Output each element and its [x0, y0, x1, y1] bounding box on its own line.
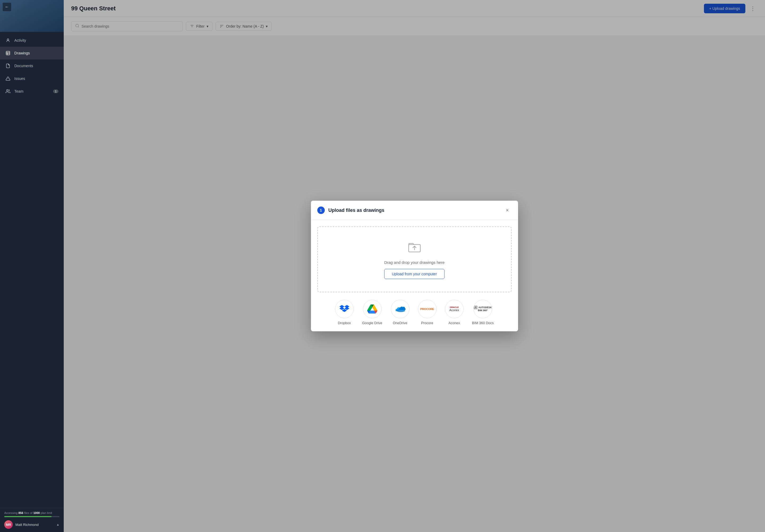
procore-label: Procore [421, 321, 433, 325]
team-badge: 1 [53, 90, 58, 93]
sidebar: ← Activity Drawings [0, 0, 64, 532]
team-icon [5, 89, 11, 94]
integration-dropbox[interactable]: Dropbox [335, 300, 354, 325]
integration-bim360[interactable]: B AUTODESK BIM 360° BIM 360 Docs [472, 300, 494, 325]
step-badge: 1 [317, 207, 325, 214]
integration-procore[interactable]: PROCORE Procore [418, 300, 436, 325]
chevron-up-icon: ▲ [56, 523, 60, 526]
integration-google-drive[interactable]: Google Drive [362, 300, 382, 325]
sidebar-nav: Activity Drawings Documents [0, 32, 64, 508]
main-content: 99 Queen Street + Upload drawings ⋮ Filt… [64, 0, 765, 532]
team-label: Team [14, 89, 23, 94]
google-drive-icon [363, 300, 382, 318]
upload-from-computer-button[interactable]: Upload from your computer [384, 269, 445, 279]
svg-point-7 [7, 90, 8, 91]
upload-modal: 1 Upload files as drawings × [311, 201, 518, 331]
procore-icon: PROCORE [418, 300, 436, 318]
drawings-icon [5, 50, 11, 56]
svg-point-23 [396, 309, 405, 312]
sidebar-item-team[interactable]: Team 1 [0, 85, 64, 98]
plan-total: 1000 [33, 511, 40, 514]
onedrive-label: OneDrive [393, 321, 407, 325]
plan-limit-text: Accessing 856 files of 1000 plan limit [4, 511, 60, 514]
dropbox-label: Dropbox [338, 321, 351, 325]
drop-text: Drag and drop your drawings here [384, 260, 445, 265]
bim360-label: BIM 360 Docs [472, 321, 494, 325]
aconex-icon: ORACLE Aconex [445, 300, 463, 318]
aconex-label: Aconex [448, 321, 460, 325]
issues-label: Issues [14, 77, 25, 81]
user-row[interactable]: MR Matt Richmond ▲ [4, 520, 60, 529]
dropbox-icon [335, 300, 354, 318]
sidebar-hero: ← [0, 0, 64, 32]
sidebar-item-activity[interactable]: Activity [0, 34, 64, 47]
svg-rect-1 [6, 51, 10, 55]
modal-overlay: 1 Upload files as drawings × [64, 0, 765, 532]
avatar: MR [4, 520, 13, 529]
sidebar-item-drawings[interactable]: Drawings [0, 47, 64, 60]
activity-icon [5, 38, 11, 43]
sidebar-item-issues[interactable]: Issues [0, 72, 64, 85]
drop-zone[interactable]: Drag and drop your drawings here Upload … [317, 227, 512, 292]
modal-body: Drag and drop your drawings here Upload … [311, 220, 518, 331]
issues-icon [5, 76, 11, 81]
plan-used: 856 [18, 511, 23, 514]
documents-label: Documents [14, 64, 33, 68]
user-name: Matt Richmond [15, 523, 54, 527]
sidebar-item-documents[interactable]: Documents [0, 60, 64, 72]
modal-title: Upload files as drawings [329, 208, 499, 213]
upload-folder-icon [407, 240, 421, 256]
onedrive-icon [391, 300, 409, 318]
documents-icon [5, 63, 11, 69]
activity-label: Activity [14, 38, 26, 43]
plan-progress-bar [4, 516, 60, 517]
svg-point-0 [7, 39, 9, 40]
bim360-icon: B AUTODESK BIM 360° [473, 300, 492, 318]
back-button[interactable]: ← [3, 3, 11, 11]
modal-header: 1 Upload files as drawings × [311, 201, 518, 220]
integration-aconex[interactable]: ORACLE Aconex Aconex [445, 300, 463, 325]
plan-progress-fill [4, 516, 52, 517]
google-drive-label: Google Drive [362, 321, 382, 325]
integration-onedrive[interactable]: OneDrive [391, 300, 409, 325]
integrations-list: Dropbox [317, 300, 512, 325]
sidebar-footer: Accessing 856 files of 1000 plan limit M… [0, 508, 64, 532]
close-modal-button[interactable]: × [503, 206, 512, 215]
drawings-label: Drawings [14, 51, 30, 55]
